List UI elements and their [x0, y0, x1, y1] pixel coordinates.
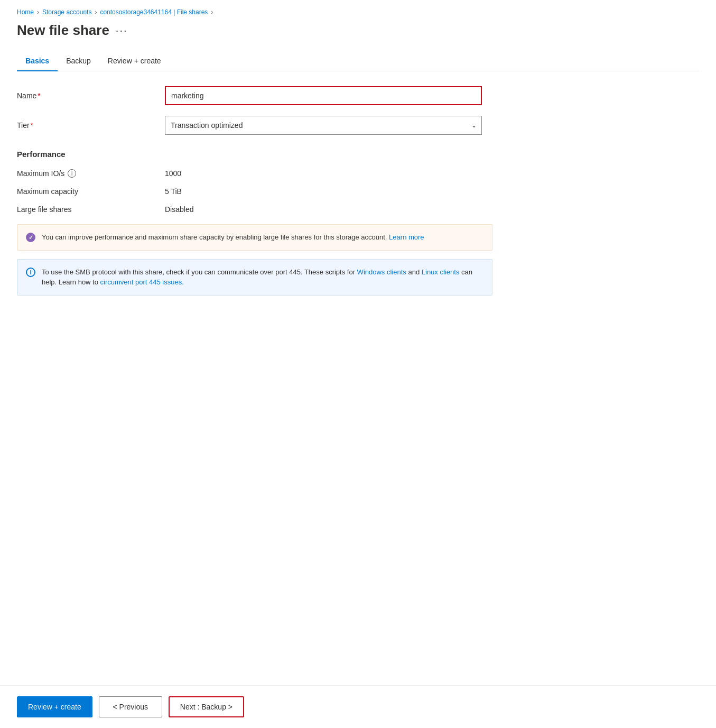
- name-label: Name*: [17, 91, 165, 100]
- breadcrumb-sep-3: ›: [211, 8, 213, 16]
- tier-control: Transaction optimized Hot Cool ⌄: [165, 116, 482, 135]
- breadcrumb-storage-accounts[interactable]: Storage accounts: [42, 8, 91, 16]
- name-input[interactable]: [165, 86, 482, 105]
- breadcrumb: Home › Storage accounts › contosostorage…: [17, 8, 699, 16]
- max-capacity-value: 5 TiB: [165, 187, 182, 196]
- info-banner: i To use the SMB protocol with this shar…: [17, 259, 492, 296]
- warning-banner: ✓ You can improve performance and maximu…: [17, 224, 492, 251]
- tab-basics[interactable]: Basics: [17, 51, 58, 71]
- large-file-shares-row: Large file shares Disabled: [17, 205, 699, 214]
- review-create-button[interactable]: Review + create: [17, 696, 92, 717]
- linux-clients-link[interactable]: Linux clients: [422, 268, 460, 276]
- max-ios-label: Maximum IO/s i: [17, 169, 165, 178]
- tabs: Basics Backup Review + create: [17, 51, 699, 71]
- tier-select-wrapper: Transaction optimized Hot Cool ⌄: [165, 116, 482, 135]
- warning-icon: ✓: [26, 233, 35, 242]
- page-title-row: New file share ···: [17, 22, 699, 39]
- max-capacity-label: Maximum capacity: [17, 187, 165, 196]
- large-file-shares-value: Disabled: [165, 205, 193, 214]
- footer: Review + create < Previous Next : Backup…: [0, 685, 716, 728]
- breadcrumb-home[interactable]: Home: [17, 8, 34, 16]
- windows-clients-link[interactable]: Windows clients: [357, 268, 406, 276]
- main-content: Home › Storage accounts › contosostorage…: [0, 0, 716, 728]
- tier-label: Tier*: [17, 121, 165, 130]
- breadcrumb-sep-1: ›: [37, 8, 39, 16]
- name-row: Name*: [17, 86, 699, 105]
- breadcrumb-file-shares[interactable]: contosostorage34641164 | File shares: [100, 8, 208, 16]
- previous-button[interactable]: < Previous: [99, 696, 162, 717]
- info-banner-icon: i: [26, 268, 35, 277]
- tier-select[interactable]: Transaction optimized Hot Cool: [165, 116, 482, 135]
- check-icon: ✓: [26, 233, 35, 242]
- performance-heading: Performance: [17, 150, 699, 159]
- next-backup-button[interactable]: Next : Backup >: [169, 696, 244, 717]
- port-445-link[interactable]: circumvent port 445 issues.: [100, 278, 184, 286]
- learn-more-link[interactable]: Learn more: [389, 233, 424, 241]
- name-control: [165, 86, 482, 105]
- max-ios-row: Maximum IO/s i 1000: [17, 169, 699, 178]
- page-container: Home › Storage accounts › contosostorage…: [0, 0, 716, 728]
- tab-review-create[interactable]: Review + create: [99, 51, 170, 71]
- info-icon-ios[interactable]: i: [68, 169, 76, 178]
- max-ios-value: 1000: [165, 169, 181, 178]
- tier-row: Tier* Transaction optimized Hot Cool ⌄: [17, 116, 699, 135]
- page-title-dots[interactable]: ···: [116, 24, 128, 36]
- large-file-shares-label: Large file shares: [17, 205, 165, 214]
- info-circle-icon: i: [26, 268, 35, 277]
- breadcrumb-sep-2: ›: [95, 8, 97, 16]
- info-banner-text: To use the SMB protocol with this share,…: [42, 267, 483, 288]
- warning-banner-text: You can improve performance and maximum …: [42, 232, 424, 243]
- max-capacity-row: Maximum capacity 5 TiB: [17, 187, 699, 196]
- tab-backup[interactable]: Backup: [58, 51, 99, 71]
- page-title: New file share: [17, 22, 109, 39]
